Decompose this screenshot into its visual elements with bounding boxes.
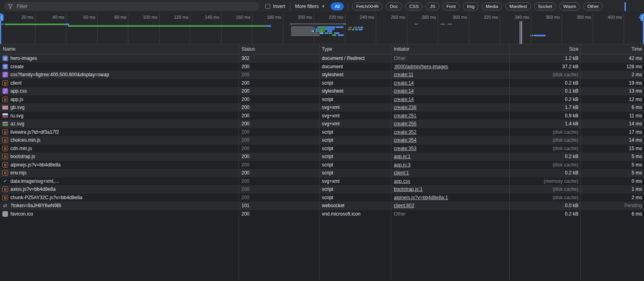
- request-name-cell[interactable]: {}choices.min.js: [0, 137, 239, 143]
- request-initiator[interactable]: create:14: [394, 97, 414, 102]
- table-row[interactable]: {}livewire.js?id=df3a17f2200scriptcreate…: [0, 128, 644, 137]
- filter-chip-fetch-xhr[interactable]: Fetch/XHR: [352, 2, 383, 10]
- column-divider[interactable]: [509, 44, 510, 281]
- request-name-cell[interactable]: {}env.mjs: [0, 170, 239, 176]
- request-initiator[interactable]: create:251: [394, 113, 417, 119]
- filter-input[interactable]: [16, 3, 255, 10]
- column-divider[interactable]: [239, 44, 239, 281]
- request-initiator[interactable]: app.js:1: [394, 154, 411, 159]
- overview-right-handle-grip[interactable]: [640, 14, 644, 21]
- request-initiator[interactable]: create:11: [394, 72, 413, 77]
- request-initiator-cell[interactable]: create:14: [391, 88, 509, 94]
- more-filters-button[interactable]: More filters ▼: [295, 4, 325, 9]
- request-name-cell[interactable]: ≣hero-images: [0, 55, 239, 61]
- request-name-cell[interactable]: {}axios.js?v=bb4d8e8a: [0, 186, 239, 192]
- table-row[interactable]: favicon.ico200vnd.microsoft.iconOther0.2…: [0, 210, 644, 218]
- request-initiator[interactable]: create:353: [394, 146, 417, 151]
- request-initiator[interactable]: app.css: [394, 178, 410, 184]
- request-initiator-cell[interactable]: create:14: [391, 97, 509, 102]
- request-name-cell[interactable]: {}chunk-PZ5AY32C.js?v=bb4d8e8a: [0, 195, 239, 200]
- column-header-type[interactable]: Type: [319, 44, 391, 54]
- timeline-overview[interactable]: 20 ms40 ms60 ms80 ms100 ms120 ms140 ms16…: [0, 13, 644, 44]
- filter-chip-doc[interactable]: Doc: [386, 2, 402, 10]
- filter-chip-css[interactable]: CSS: [405, 2, 423, 10]
- request-name-cell[interactable]: {}cdn.min.js: [0, 146, 239, 151]
- filter-chip-manifest[interactable]: Manifest: [505, 2, 530, 10]
- column-divider[interactable]: [319, 44, 319, 281]
- table-row[interactable]: ru.svg200svg+xmlcreate:2510.9 kB11 ms: [0, 112, 644, 120]
- request-initiator[interactable]: app.js:3: [394, 162, 411, 168]
- column-divider[interactable]: [580, 44, 581, 281]
- request-name-cell[interactable]: ╱app.css: [0, 88, 239, 94]
- request-initiator-cell[interactable]: create:255: [391, 121, 509, 127]
- request-name-cell[interactable]: ✓data:image/svg+xml,…: [0, 178, 239, 184]
- request-name-cell[interactable]: favicon.ico: [0, 211, 239, 217]
- table-row[interactable]: {}alpinejs.js?v=bb4d8e8a200scriptapp.js:…: [0, 161, 644, 169]
- request-initiator[interactable]: client:802: [394, 203, 414, 208]
- column-header-time[interactable]: Time: [580, 44, 644, 54]
- request-name-cell[interactable]: ≣create: [0, 64, 239, 69]
- table-row[interactable]: gb.svg200svg+xmlcreate:2381.7 kB6 ms: [0, 103, 644, 112]
- request-initiator-cell[interactable]: create:251: [391, 113, 509, 119]
- request-initiator-cell[interactable]: create:352: [391, 129, 509, 135]
- filter-chip-img[interactable]: Img: [463, 2, 479, 10]
- request-name-cell[interactable]: gb.svg: [0, 105, 239, 110]
- request-name-cell[interactable]: {}client: [0, 80, 239, 86]
- table-row[interactable]: az.svg200svg+xmlcreate:2551.4 kB14 ms: [0, 120, 644, 128]
- request-name-cell[interactable]: ⇄?token=9aJH8Y6wN9Bi: [0, 203, 239, 208]
- request-initiator[interactable]: alpinejs.js?v=bb4d8e8a:1: [394, 195, 448, 200]
- request-initiator-cell[interactable]: client:1: [391, 170, 509, 176]
- request-initiator-cell[interactable]: create:238: [391, 105, 509, 110]
- request-initiator[interactable]: create:14: [394, 88, 414, 94]
- scrollbar-thumb[interactable]: [624, 2, 626, 11]
- table-row[interactable]: {}chunk-PZ5AY32C.js?v=bb4d8e8a200scripta…: [0, 194, 644, 202]
- filter-chip-js[interactable]: JS: [426, 2, 439, 10]
- request-initiator[interactable]: :8000/admin/hero-images: [394, 64, 448, 69]
- filter-input-container[interactable]: [4, 2, 259, 11]
- request-initiator-cell[interactable]: create:353: [391, 146, 509, 151]
- filter-chip-all[interactable]: All: [331, 2, 344, 10]
- request-initiator-cell[interactable]: client:802: [391, 203, 509, 208]
- column-header-status[interactable]: Status: [239, 44, 319, 54]
- request-initiator[interactable]: bootstrap.js:1: [394, 186, 423, 192]
- table-row[interactable]: {}bootstrap.js200scriptapp.js:10.2 kB5 m…: [0, 152, 644, 161]
- request-initiator-cell[interactable]: alpinejs.js?v=bb4d8e8a:1: [391, 195, 509, 200]
- request-initiator[interactable]: client:1: [394, 170, 409, 176]
- filter-chip-wasm[interactable]: Wasm: [559, 2, 580, 10]
- filter-chip-media[interactable]: Media: [482, 2, 502, 10]
- invert-checkbox[interactable]: [265, 4, 270, 9]
- request-initiator[interactable]: create:354: [394, 137, 417, 143]
- table-row[interactable]: {}app.js200scriptcreate:140.2 kB12 ms: [0, 95, 644, 104]
- column-divider[interactable]: [391, 44, 391, 281]
- filter-chip-other[interactable]: Other: [583, 2, 603, 10]
- request-name-cell[interactable]: {}app.js: [0, 97, 239, 102]
- request-initiator[interactable]: create:255: [394, 121, 417, 127]
- request-initiator[interactable]: create:14: [394, 80, 414, 86]
- request-initiator-cell[interactable]: create:14: [391, 80, 509, 86]
- request-initiator-cell[interactable]: create:11: [391, 72, 509, 77]
- table-row[interactable]: ╱app.css200stylesheetcreate:140.1 kB13 m…: [0, 87, 644, 95]
- request-name-cell[interactable]: {}livewire.js?id=df3a17f2: [0, 129, 239, 135]
- filter-chip-font[interactable]: Font: [443, 2, 460, 10]
- request-initiator-cell[interactable]: app.css: [391, 178, 509, 184]
- table-row[interactable]: {}choices.min.js200scriptcreate:354(disk…: [0, 136, 644, 144]
- request-name-cell[interactable]: ╱css?family=figtree:400,500,600&display=…: [0, 72, 239, 77]
- request-initiator-cell[interactable]: create:354: [391, 137, 509, 143]
- table-row[interactable]: {}axios.js?v=bb4d8e8a200scriptbootstrap.…: [0, 185, 644, 194]
- request-initiator-cell[interactable]: bootstrap.js:1: [391, 186, 509, 192]
- table-row[interactable]: ╱css?family=figtree:400,500,600&display=…: [0, 71, 644, 79]
- request-initiator-cell[interactable]: :8000/admin/hero-images: [391, 64, 509, 69]
- table-row[interactable]: ✓data:image/svg+xml,…200svg+xmlapp.css(m…: [0, 177, 644, 186]
- request-initiator-cell[interactable]: app.js:3: [391, 162, 509, 168]
- request-initiator[interactable]: create:352: [394, 129, 417, 135]
- table-row[interactable]: ≣hero-images302document / RedirectOther1…: [0, 54, 644, 63]
- table-row[interactable]: {}cdn.min.js200scriptcreate:353(disk cac…: [0, 144, 644, 153]
- column-header-size[interactable]: Size: [509, 44, 580, 54]
- request-name-cell[interactable]: {}bootstrap.js: [0, 154, 239, 159]
- request-initiator[interactable]: create:238: [394, 105, 417, 110]
- request-name-cell[interactable]: ru.svg: [0, 113, 239, 119]
- request-name-cell[interactable]: az.svg: [0, 121, 239, 127]
- table-row[interactable]: {}env.mjs200scriptclient:10.2 kB5 ms: [0, 169, 644, 177]
- request-initiator-cell[interactable]: app.js:1: [391, 154, 509, 159]
- table-row[interactable]: {}client200scriptcreate:140.2 kB19 ms: [0, 79, 644, 87]
